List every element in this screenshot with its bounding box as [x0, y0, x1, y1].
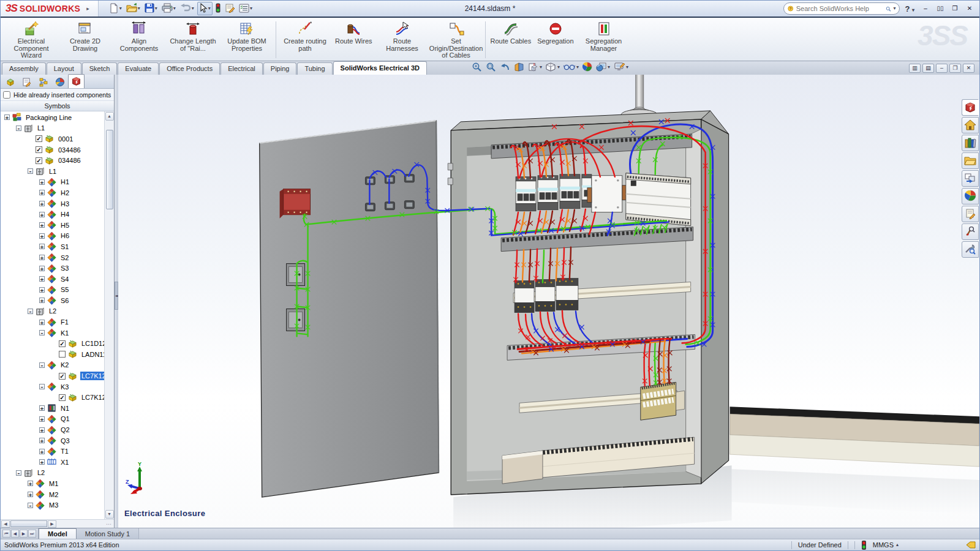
scroll-thumb[interactable]	[106, 130, 113, 209]
scroll-up-arrow[interactable]: ▲	[105, 112, 114, 121]
tree-item-ladn11[interactable]: LADN11	[1, 349, 104, 360]
expand-toggle[interactable]: +	[39, 201, 45, 206]
apply-scene-button[interactable]: ▾	[596, 62, 610, 73]
search-dropdown-caret[interactable]: ▾	[893, 6, 895, 11]
tree-item-h2[interactable]: +H2	[1, 187, 104, 198]
expand-toggle[interactable]: +	[39, 179, 45, 185]
expand-toggle[interactable]: +	[39, 255, 45, 260]
tree-vertical-scrollbar[interactable]: ▲ ▼	[104, 111, 114, 519]
expand-toggle[interactable]: +	[39, 287, 45, 293]
expand-toggle[interactable]: +	[39, 298, 45, 303]
unit-system-selector[interactable]: MMGS▴	[873, 541, 899, 549]
task-pane-appearances-scenes[interactable]	[962, 188, 979, 204]
expand-toggle[interactable]: +	[39, 266, 45, 271]
visibility-checkbox[interactable]: ✓	[59, 340, 66, 347]
collapse-toggle[interactable]: -	[39, 362, 45, 368]
help-search[interactable]: ? ▾	[783, 2, 900, 15]
ribbon-update-bom-properties-button[interactable]: Update BOM Properties	[220, 19, 274, 61]
tree-item-s2[interactable]: +S2	[1, 252, 104, 263]
task-pane-solidworks-resources[interactable]	[962, 117, 979, 133]
expand-toggle[interactable]: +	[39, 449, 45, 454]
tree-item-h3[interactable]: +H3	[1, 198, 104, 209]
select-button[interactable]: ▾	[197, 2, 213, 15]
tree-item-k1[interactable]: -K1	[1, 328, 104, 339]
expand-toggle[interactable]: +	[39, 233, 45, 239]
tree-item-l1[interactable]: -L1	[1, 166, 104, 177]
last-tab-button[interactable]: ⏭	[28, 530, 36, 538]
expand-toggle[interactable]: +	[39, 405, 45, 411]
edit-appearance-button[interactable]	[582, 62, 592, 73]
panel-tab-insert-components[interactable]	[2, 76, 18, 88]
tree-item-s5[interactable]: +S5	[1, 285, 104, 296]
visibility-checkbox[interactable]	[59, 351, 66, 358]
expand-toggle[interactable]: +	[39, 320, 45, 325]
window-close-button[interactable]: ✕	[963, 4, 976, 13]
collapse-toggle[interactable]: -	[39, 384, 45, 389]
model-tab-model[interactable]: Model	[39, 528, 77, 539]
graphics-area[interactable]: Electrical Enclosure Y Z	[118, 75, 979, 528]
doc-close-button[interactable]: ✕	[963, 64, 974, 73]
collapse-toggle[interactable]: -	[39, 330, 45, 335]
expand-toggle[interactable]: +	[39, 276, 45, 282]
help-icon[interactable]: ? ▾	[905, 4, 914, 13]
tree-item-0001[interactable]: ✓0001	[1, 133, 104, 144]
ribbon-segregation-button[interactable]: Segregation	[534, 19, 576, 61]
ribbon-route-harnesses-button[interactable]: Route Harnesses	[375, 19, 429, 61]
tree-item-s6[interactable]: +S6	[1, 295, 104, 306]
expand-toggle[interactable]: +	[39, 190, 45, 195]
ribbon-route-cables-button[interactable]: Route Cables	[488, 19, 535, 61]
tab-electrical[interactable]: Electrical	[221, 62, 263, 75]
tab-tubing[interactable]: Tubing	[297, 62, 332, 75]
tab-sketch[interactable]: Sketch	[82, 62, 118, 75]
task-pane-solidworks-electrical[interactable]	[962, 99, 979, 116]
panel-tab-appearances[interactable]	[51, 76, 68, 88]
panel-tab-solidworks-electrical[interactable]	[68, 74, 85, 88]
window-pane-button[interactable]: ▯▯	[934, 4, 946, 13]
task-pane-electrical-symbols[interactable]	[962, 223, 979, 240]
print-button[interactable]: ▾	[160, 2, 177, 15]
doc-minimize-button[interactable]: –	[936, 64, 948, 73]
expand-toggle[interactable]: +	[39, 459, 45, 465]
scroll-down-arrow[interactable]: ▼	[105, 510, 114, 519]
tree-item-n1[interactable]: +N1	[1, 403, 104, 414]
tree-item-lc7k12[interactable]: ✓LC7K12	[1, 392, 104, 403]
visibility-checkbox[interactable]: ✓	[36, 146, 42, 153]
panel-tab-properties[interactable]	[18, 76, 35, 88]
tree-item-lc7k12[interactable]: ✓LC7K12	[1, 370, 104, 381]
doc-pane-right-button[interactable]: ▤	[922, 64, 934, 73]
section-view-button[interactable]	[514, 62, 524, 73]
tree-item-s1[interactable]: +S1	[1, 241, 104, 252]
search-input[interactable]	[796, 5, 883, 12]
undo-button[interactable]: ▾	[179, 2, 195, 15]
visibility-checkbox[interactable]: ✓	[59, 394, 66, 401]
panel-tab-hierarchy[interactable]	[35, 76, 51, 88]
new-document-button[interactable]: ▾	[107, 2, 123, 15]
tree-item-q3[interactable]: +Q3	[1, 435, 104, 446]
visibility-checkbox[interactable]: ✓	[36, 135, 42, 142]
tree-item-s3[interactable]: +S3	[1, 263, 104, 274]
window-restore-button[interactable]: ❐	[949, 4, 961, 13]
visibility-checkbox[interactable]: ✓	[59, 373, 66, 380]
tab-assembly[interactable]: Assembly	[2, 62, 46, 75]
tree-item-m3[interactable]: -M3	[1, 500, 104, 511]
expand-toggle[interactable]: +	[4, 114, 10, 120]
tree-item-q1[interactable]: +Q1	[1, 414, 104, 425]
tree-item-h4[interactable]: +H4	[1, 209, 104, 220]
window-minimize-button[interactable]: –	[919, 4, 932, 13]
interference-check-button[interactable]	[214, 2, 222, 15]
view-orientation-button[interactable]: ▾	[528, 62, 542, 73]
scroll-right-arrow[interactable]: ▶	[48, 520, 56, 528]
expand-toggle[interactable]: +	[39, 438, 45, 443]
task-pane-file-explorer[interactable]	[962, 152, 979, 169]
tree-item-x1[interactable]: +X1	[1, 457, 104, 468]
file-properties-button[interactable]	[224, 2, 236, 15]
display-style-button[interactable]: ▾	[546, 62, 560, 73]
save-button[interactable]: ▾	[143, 2, 159, 15]
tree-item-t1[interactable]: +T1	[1, 446, 104, 457]
view-settings-button[interactable]: ▾	[614, 62, 628, 73]
tree-item-k3[interactable]: -K3	[1, 381, 104, 392]
expand-toggle[interactable]: +	[39, 427, 45, 433]
ribbon-set-origin-destination-of-cables-button[interactable]: Set Origin/Destination of Cables	[429, 19, 483, 61]
ribbon-change-length-of-rai-button[interactable]: Change Length of "Rai...	[166, 19, 220, 61]
hide-inserted-checkbox[interactable]	[3, 91, 10, 99]
